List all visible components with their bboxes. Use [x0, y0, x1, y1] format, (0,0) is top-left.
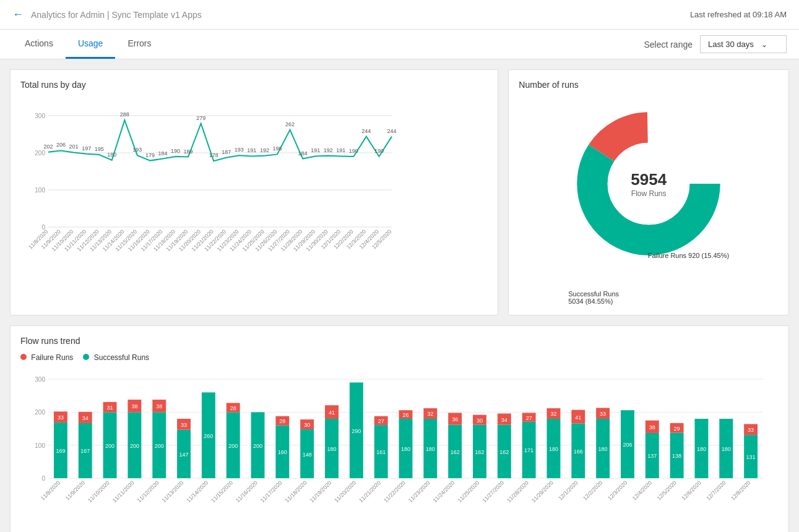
- donut-container: 5954 Flow Runs Failure Runs 920 (15.45%)…: [519, 97, 779, 305]
- tab-errors[interactable]: Errors: [115, 30, 163, 59]
- svg-text:30: 30: [477, 418, 483, 424]
- svg-text:11/28/2020: 11/28/2020: [506, 479, 530, 504]
- svg-text:162: 162: [475, 449, 484, 455]
- svg-text:11/20/2020: 11/20/2020: [333, 479, 357, 504]
- svg-text:138: 138: [672, 453, 681, 459]
- svg-text:12/2/2020: 12/2/2020: [582, 479, 603, 501]
- svg-text:195: 195: [95, 146, 104, 152]
- svg-text:161: 161: [376, 449, 386, 455]
- svg-text:180: 180: [401, 446, 410, 452]
- svg-text:300: 300: [35, 376, 45, 383]
- svg-text:11/18/2020: 11/18/2020: [284, 479, 308, 504]
- svg-text:202: 202: [43, 144, 53, 150]
- failure-label: Failure Runs: [31, 353, 73, 362]
- svg-text:11/23/2020: 11/23/2020: [407, 479, 431, 504]
- range-selector: Select range Last 30 days ⌄: [644, 35, 787, 53]
- svg-text:180: 180: [722, 446, 731, 452]
- svg-text:171: 171: [524, 447, 533, 453]
- svg-text:193: 193: [132, 147, 142, 153]
- success-legend: Successful Runs: [83, 353, 149, 362]
- nav-tabs: Actions Usage Errors: [12, 30, 164, 59]
- svg-text:178: 178: [209, 152, 218, 158]
- svg-text:137: 137: [647, 453, 657, 459]
- svg-text:11/15/2020: 11/15/2020: [210, 479, 234, 504]
- svg-text:11/10/2020: 11/10/2020: [87, 479, 111, 504]
- svg-text:28: 28: [230, 405, 236, 411]
- svg-text:28: 28: [279, 418, 285, 424]
- range-value: Last 30 days: [708, 40, 754, 49]
- svg-text:162: 162: [499, 449, 509, 455]
- svg-text:262: 262: [285, 121, 295, 127]
- bar-chart-svg: 01002003001693311/8/20201673411/9/202020…: [20, 367, 775, 532]
- svg-text:206: 206: [56, 142, 66, 148]
- svg-text:29: 29: [674, 426, 680, 432]
- svg-text:41: 41: [575, 414, 581, 421]
- svg-text:191: 191: [336, 147, 345, 153]
- svg-text:184: 184: [298, 150, 308, 157]
- success-dot: [83, 354, 89, 360]
- svg-text:11/25/2020: 11/25/2020: [456, 479, 480, 504]
- svg-text:11/9/2020: 11/9/2020: [64, 479, 86, 501]
- svg-text:11/21/2020: 11/21/2020: [358, 479, 382, 504]
- bar-chart-area: 01002003001693311/8/20201673411/9/202020…: [20, 367, 779, 532]
- svg-text:11/13/2020: 11/13/2020: [161, 479, 185, 504]
- donut-chart-card: Number of runs 5954 Flow Runs: [508, 69, 789, 315]
- svg-text:279: 279: [196, 115, 205, 121]
- range-label: Select range: [644, 40, 693, 49]
- svg-text:200: 200: [130, 443, 139, 449]
- svg-text:11/17/2020: 11/17/2020: [259, 479, 283, 504]
- svg-text:11/12/2020: 11/12/2020: [136, 479, 160, 504]
- failure-dot: [20, 354, 27, 360]
- svg-text:0: 0: [41, 475, 45, 482]
- svg-text:32: 32: [427, 411, 433, 417]
- bar-chart-legend: Failure Runs Successful Runs: [20, 353, 779, 362]
- range-dropdown[interactable]: Last 30 days ⌄: [700, 35, 787, 53]
- svg-text:11/29/2020: 11/29/2020: [530, 479, 555, 504]
- bar-chart-title: Flow runs trend: [20, 336, 779, 346]
- line-chart-wrap: 010020030020211/8/202020611/9/202020111/…: [20, 97, 488, 283]
- svg-text:11/27/2020: 11/27/2020: [481, 479, 505, 504]
- svg-text:11/8/2020: 11/8/2020: [40, 479, 61, 501]
- svg-text:169: 169: [56, 448, 65, 454]
- svg-text:100: 100: [35, 442, 45, 449]
- svg-text:162: 162: [451, 449, 460, 455]
- svg-text:180: 180: [426, 446, 435, 452]
- svg-text:12/8/2020: 12/8/2020: [730, 479, 751, 501]
- svg-text:197: 197: [82, 145, 91, 152]
- svg-text:180: 180: [327, 446, 337, 452]
- line-chart-svg: 010020030020211/8/202020611/9/202020111/…: [20, 97, 404, 283]
- svg-text:200: 200: [35, 150, 45, 157]
- svg-text:33: 33: [600, 411, 606, 417]
- svg-text:33: 33: [181, 422, 187, 428]
- back-button[interactable]: ←: [12, 8, 24, 21]
- svg-text:26: 26: [402, 412, 408, 418]
- svg-text:200: 200: [105, 443, 114, 449]
- svg-text:189: 189: [184, 148, 193, 155]
- svg-text:180: 180: [697, 446, 706, 452]
- svg-text:260: 260: [204, 433, 213, 439]
- svg-text:34: 34: [82, 415, 89, 421]
- svg-text:11/11/2020: 11/11/2020: [111, 479, 136, 504]
- svg-text:244: 244: [387, 128, 396, 134]
- svg-text:160: 160: [278, 449, 287, 455]
- tab-actions[interactable]: Actions: [12, 30, 66, 59]
- svg-text:192: 192: [260, 147, 269, 153]
- svg-text:100: 100: [35, 187, 45, 194]
- svg-text:200: 200: [155, 443, 164, 449]
- svg-text:184: 184: [158, 150, 167, 157]
- svg-text:191: 191: [311, 147, 320, 153]
- svg-text:196: 196: [272, 145, 282, 152]
- top-bar: ← Analytics for Admin | Sync Template v1…: [0, 0, 799, 30]
- svg-text:206: 206: [623, 442, 632, 448]
- svg-text:167: 167: [80, 448, 90, 454]
- svg-text:11/16/2020: 11/16/2020: [235, 479, 259, 504]
- svg-text:244: 244: [361, 128, 371, 134]
- svg-text:187: 187: [222, 149, 231, 155]
- svg-text:36: 36: [452, 416, 458, 423]
- failure-legend-label: Failure Runs 920 (15.45%): [648, 252, 729, 259]
- svg-text:200: 200: [253, 443, 262, 449]
- tab-usage[interactable]: Usage: [66, 30, 115, 59]
- svg-text:11/19/2020: 11/19/2020: [309, 479, 333, 504]
- svg-text:190: 190: [171, 148, 180, 154]
- svg-text:31: 31: [107, 405, 113, 411]
